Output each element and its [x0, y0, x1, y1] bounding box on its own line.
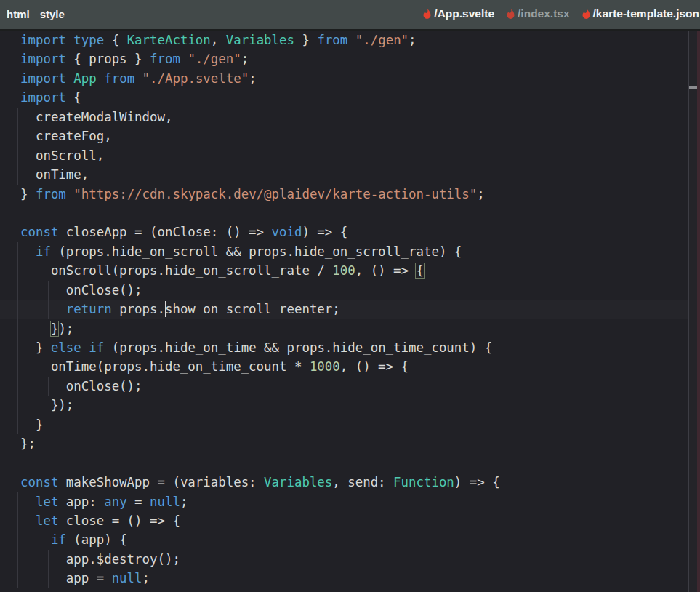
- code-token: , send:: [332, 475, 393, 489]
- code-line[interactable]: [0, 204, 688, 223]
- code-token: onClose();: [20, 283, 142, 297]
- tab-style[interactable]: style: [40, 8, 65, 20]
- code-token: const: [20, 225, 58, 239]
- code-token: }: [294, 33, 317, 47]
- code-token: [20, 244, 36, 259]
- flame-icon: [422, 8, 433, 20]
- code-line[interactable]: let app: any = null;: [0, 492, 688, 511]
- code-line[interactable]: app = null;: [0, 569, 688, 588]
- code-token: ;: [249, 71, 256, 86]
- scrollbar-track[interactable]: [689, 31, 697, 592]
- code-line[interactable]: import App from "./App.svelte";: [0, 69, 688, 88]
- code-line[interactable]: [0, 454, 688, 473]
- code-area[interactable]: import type { KarteAction, Variables } f…: [0, 31, 688, 592]
- code-token: any: [104, 495, 126, 509]
- indent-guide: [17, 569, 18, 588]
- indent-guide: [17, 242, 18, 261]
- code-token: null: [150, 495, 180, 509]
- code-line[interactable]: onTime(props.hide_on_time_count * 1000, …: [0, 357, 688, 376]
- code-token: [20, 532, 51, 547]
- indent-guide: [17, 415, 18, 434]
- code-token: (props.hide_on_time && props.hide_on_tim…: [104, 340, 492, 355]
- code-token: {: [66, 90, 81, 105]
- code-token: ) => {: [302, 225, 347, 239]
- code-line[interactable]: import type { KarteAction, Variables } f…: [0, 31, 688, 49]
- code-line[interactable]: } from "https://cdn.skypack.dev/@plaidev…: [0, 185, 688, 204]
- code-line[interactable]: const closeApp = (onClose: () => void) =…: [0, 223, 688, 241]
- indent-guide: [17, 511, 18, 530]
- code-line[interactable]: };: [0, 434, 688, 453]
- code-token: {: [104, 33, 126, 47]
- overview-ruler-strip: [697, 31, 700, 592]
- code-token: }: [20, 417, 43, 432]
- code-line[interactable]: if (app) {: [0, 530, 688, 549]
- code-line[interactable]: onClose();: [0, 281, 688, 300]
- code-token: from: [317, 33, 347, 47]
- code-token: from: [104, 71, 134, 86]
- code-token: 100: [332, 263, 355, 278]
- code-line[interactable]: });: [0, 396, 688, 415]
- code-token: app =: [20, 571, 112, 585]
- code-line[interactable]: import { props } from "./gen";: [0, 49, 688, 68]
- indent-guide: [17, 357, 18, 376]
- code-token: import: [20, 33, 66, 47]
- tab-bar: html style /App.svelte /index.tsx /karte…: [0, 0, 700, 31]
- code-line[interactable]: } else if (props.hide_on_time && props.h…: [0, 338, 688, 357]
- code-editor[interactable]: import type { KarteAction, Variables } f…: [0, 31, 700, 592]
- code-token: from: [36, 187, 66, 201]
- code-token: ;: [409, 33, 416, 47]
- code-token: });: [20, 398, 73, 412]
- file-tab-group: /App.svelte /index.tsx /karte-template.j…: [422, 7, 699, 20]
- code-token: [66, 187, 73, 201]
- code-token: Variables: [226, 33, 294, 47]
- code-token: from: [150, 52, 180, 66]
- left-tab-group: html style: [7, 8, 65, 20]
- code-token: =: [127, 495, 150, 509]
- code-token: [66, 71, 73, 86]
- code-token: , () => {: [340, 359, 409, 374]
- code-token: let: [36, 495, 58, 509]
- code-line[interactable]: onClose();: [0, 377, 688, 396]
- code-token: type: [73, 33, 104, 47]
- code-token: import: [20, 71, 66, 86]
- tab-karte-template-json[interactable]: /karte-template.json: [581, 7, 699, 20]
- code-token: makeShowApp = (variables:: [58, 475, 264, 489]
- code-token: [180, 52, 188, 66]
- code-line[interactable]: });: [0, 319, 688, 338]
- flame-icon: [581, 8, 592, 20]
- tab-app-svelte[interactable]: /App.svelte: [422, 7, 494, 20]
- code-token: [66, 33, 73, 47]
- code-line[interactable]: createFog,: [0, 127, 688, 145]
- code-token: onScroll(props.hide_on_scroll_rate /: [20, 263, 332, 278]
- code-token: ;: [142, 571, 150, 585]
- tab-html[interactable]: html: [7, 8, 30, 20]
- code-token: onTime,: [20, 167, 89, 182]
- code-line[interactable]: if (props.hide_on_scroll && props.hide_o…: [0, 242, 688, 261]
- code-token: closeApp = (onClose: () =>: [58, 225, 271, 239]
- code-token: "./gen": [188, 52, 241, 66]
- code-token: void: [272, 225, 302, 239]
- code-line[interactable]: onTime,: [0, 165, 688, 184]
- code-line[interactable]: let close = () => {: [0, 511, 688, 530]
- code-line[interactable]: }: [0, 415, 688, 434]
- code-token: if: [89, 340, 104, 355]
- code-token: onClose();: [20, 379, 142, 393]
- code-line[interactable]: onScroll,: [0, 146, 688, 165]
- code-line-current[interactable]: return props.show_on_scroll_reenter;: [0, 300, 688, 319]
- code-line[interactable]: import {: [0, 88, 688, 107]
- code-line[interactable]: app.$destroy();: [0, 550, 688, 569]
- code-token: [20, 321, 51, 336]
- code-token: createFog,: [20, 129, 112, 143]
- code-line[interactable]: const makeShowApp = (variables: Variable…: [0, 473, 688, 492]
- indent-guide: [17, 338, 18, 357]
- code-token: show_on_scroll_reenter;: [165, 302, 340, 316]
- code-line[interactable]: onScroll(props.hide_on_scroll_rate / 100…: [0, 261, 688, 280]
- scrollbar-thumb[interactable]: [689, 86, 697, 89]
- indent-guide: [17, 530, 18, 549]
- code-line[interactable]: createModalWindow,: [0, 108, 688, 127]
- matched-bracket: }: [51, 321, 58, 336]
- tab-index-tsx[interactable]: /index.tsx: [505, 7, 570, 20]
- indent-guide: [17, 108, 18, 127]
- matched-bracket: {: [416, 263, 423, 278]
- code-token: props.: [112, 302, 165, 316]
